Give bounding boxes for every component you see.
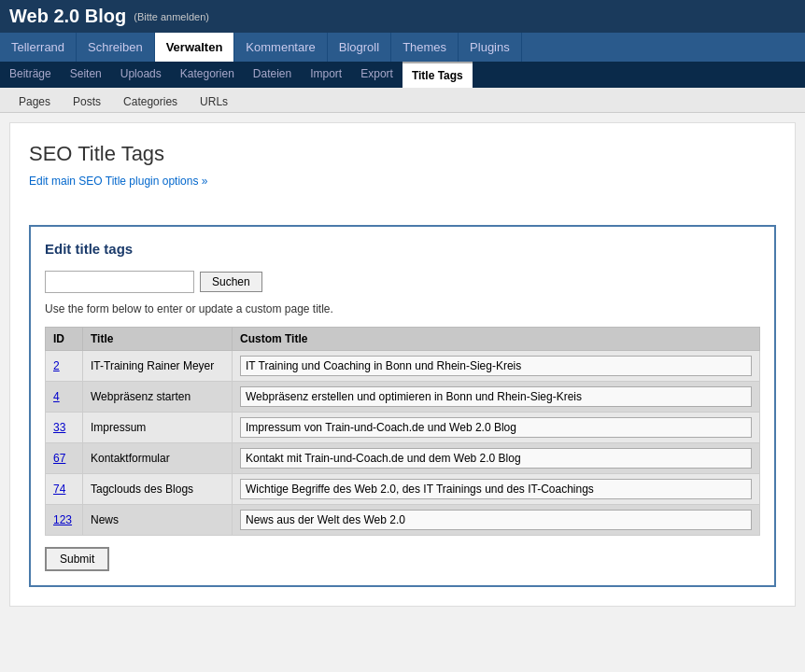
cell-custom-title: [233, 505, 760, 536]
site-subtitle: (Bitte anmelden): [134, 11, 209, 22]
form-hint: Use the form below to enter or update a …: [45, 302, 760, 315]
primary-nav: Tellerrand Schreiben Verwalten Kommentar…: [0, 33, 805, 62]
search-input[interactable]: [45, 271, 194, 293]
nav-blogroll[interactable]: Blogroll: [328, 33, 391, 62]
site-title: Web 2.0 Blog: [9, 6, 126, 27]
cell-title: IT-Training Rainer Meyer: [83, 351, 233, 382]
nav-plugins[interactable]: Plugins: [459, 33, 522, 62]
tertiary-nav: Pages Posts Categories URLs: [0, 88, 805, 113]
tertiary-categories[interactable]: Categories: [114, 91, 187, 112]
table-row: 4Webpräsenz starten: [46, 382, 760, 413]
col-header-id: ID: [46, 328, 83, 351]
edit-options-link[interactable]: Edit main SEO Title plugin options »: [29, 175, 207, 188]
top-bar: Web 2.0 Blog (Bitte anmelden): [0, 0, 805, 33]
cell-title: Kontaktformular: [83, 443, 233, 474]
cell-id: 33: [46, 413, 83, 443]
nav-themes[interactable]: Themes: [391, 33, 459, 62]
subnav-import[interactable]: Import: [301, 62, 351, 88]
submit-row: Submit: [45, 547, 760, 571]
table-header-row: ID Title Custom Title: [46, 328, 760, 351]
cell-custom-title: [233, 443, 760, 474]
nav-kommentare[interactable]: Kommentare: [234, 33, 327, 62]
tertiary-urls[interactable]: URLs: [191, 91, 237, 112]
cell-custom-title: [233, 382, 760, 413]
cell-custom-title: [233, 474, 760, 505]
cell-custom-title: [233, 413, 760, 443]
edit-title-tags-box: Edit title tags Suchen Use the form belo…: [29, 225, 776, 587]
subnav-dateien[interactable]: Dateien: [244, 62, 301, 88]
custom-title-input[interactable]: [240, 417, 752, 438]
cell-id: 4: [46, 382, 83, 413]
title-tags-table: ID Title Custom Title 2IT-Training Raine…: [45, 327, 760, 536]
nav-tellerrand[interactable]: Tellerrand: [0, 33, 77, 62]
submit-button[interactable]: Submit: [45, 547, 109, 571]
table-row: 74Tagclouds des Blogs: [46, 474, 760, 505]
search-button[interactable]: Suchen: [200, 272, 262, 292]
custom-title-input[interactable]: [240, 479, 752, 499]
table-row: 33Impressum: [46, 413, 760, 443]
id-link[interactable]: 33: [53, 421, 65, 434]
subnav-seiten[interactable]: Seiten: [61, 62, 111, 88]
table-row: 67Kontaktformular: [46, 443, 760, 474]
cell-id: 123: [46, 505, 83, 536]
custom-title-input[interactable]: [240, 386, 752, 407]
custom-title-input[interactable]: [240, 510, 752, 530]
id-link[interactable]: 2: [53, 359, 60, 372]
main-content: SEO Title Tags Edit main SEO Title plugi…: [9, 122, 796, 607]
cell-id: 74: [46, 474, 83, 505]
tertiary-pages[interactable]: Pages: [9, 91, 60, 112]
tertiary-posts[interactable]: Posts: [64, 91, 110, 112]
subnav-beitraege[interactable]: Beiträge: [0, 62, 61, 88]
custom-title-input[interactable]: [240, 356, 752, 376]
subnav-uploads[interactable]: Uploads: [111, 62, 171, 88]
nav-schreiben[interactable]: Schreiben: [77, 33, 155, 62]
search-row: Suchen: [45, 271, 760, 293]
cell-title: Impressum: [83, 413, 233, 443]
table-row: 123News: [46, 505, 760, 536]
cell-custom-title: [233, 351, 760, 382]
page-title: SEO Title Tags: [29, 142, 776, 166]
cell-title: Webpräsenz starten: [83, 382, 233, 413]
custom-title-input[interactable]: [240, 448, 752, 469]
edit-box-title: Edit title tags: [45, 241, 760, 257]
subnav-kategorien[interactable]: Kategorien: [171, 62, 244, 88]
id-link[interactable]: 74: [53, 483, 65, 496]
id-link[interactable]: 4: [53, 390, 60, 403]
id-link[interactable]: 123: [53, 513, 72, 526]
cell-id: 2: [46, 351, 83, 382]
subnav-title-tags[interactable]: Title Tags: [402, 62, 473, 88]
col-header-custom-title: Custom Title: [233, 328, 760, 351]
cell-title: Tagclouds des Blogs: [83, 474, 233, 505]
col-header-title: Title: [83, 328, 233, 351]
cell-id: 67: [46, 443, 83, 474]
nav-verwalten[interactable]: Verwalten: [155, 33, 235, 62]
table-row: 2IT-Training Rainer Meyer: [46, 351, 760, 382]
id-link[interactable]: 67: [53, 452, 65, 465]
subnav-export[interactable]: Export: [351, 62, 402, 88]
cell-title: News: [83, 505, 233, 536]
secondary-nav: Beiträge Seiten Uploads Kategorien Datei…: [0, 62, 805, 88]
